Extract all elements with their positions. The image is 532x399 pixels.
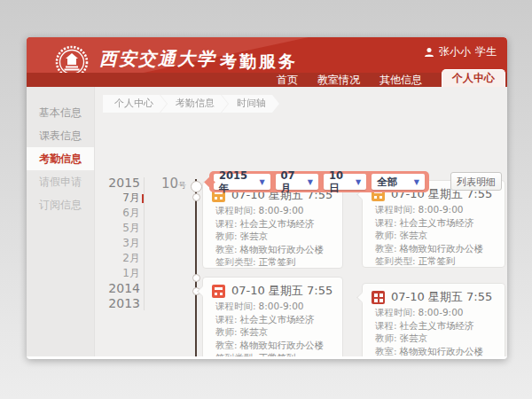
user-info[interactable]: 张小小 学生 [424,44,497,59]
day-dropdown[interactable]: 10日▼ [324,174,366,190]
date-rail: 2015 7月 6月 5月 3月 2月 1月 2014 2013 [106,176,140,311]
seal-icon [372,291,385,304]
dropdown-arrow-icon: ▼ [259,178,264,186]
main-nav: 首页 教室情况 其他信息 个人中心 [277,67,507,87]
sidebar: 基本信息 课表信息 考勤信息 请假申请 订阅信息 [27,87,95,356]
timeline-node [192,193,200,201]
header: 西安交通大学 XI'AN JIAO TONG UNIVERSITY 考勤服务 张… [27,37,507,87]
attendance-card: 07-10 星期五 7:55 课程时间:8:00-9:00 课程:社会主义市场经… [202,277,343,356]
rail-separator [144,177,145,310]
card-title: 07-10 星期五 7:55 [391,289,492,305]
rail-year-2014[interactable]: 2014 [106,281,140,296]
month-dropdown[interactable]: 07月▼ [276,174,318,190]
nav-item-home[interactable]: 首页 [277,73,298,87]
user-name: 张小小 [439,44,471,59]
rail-month-6[interactable]: 6月 [106,206,140,221]
nav-item-other[interactable]: 其他信息 [379,73,422,87]
university-name-cn: 西安交通大学 [99,47,216,71]
rail-month-3[interactable]: 3月 [106,236,140,251]
sidebar-item-timetable[interactable]: 课表信息 [27,124,94,147]
content-area: 基本信息 课表信息 考勤信息 请假申请 订阅信息 个人中心 考勤信息 时间轴 2… [27,87,507,356]
sidebar-item-leave-request[interactable]: 请假申请 [27,170,94,193]
type-dropdown[interactable]: 全部▼ [372,174,425,190]
dropdown-arrow-icon: ▼ [308,178,313,186]
rail-year-2013[interactable]: 2013 [106,296,140,311]
breadcrumb: 个人中心 考勤信息 时间轴 [103,95,279,113]
rail-active-tick [142,194,144,203]
calendar-icon [212,285,225,298]
dropdown-arrow-icon: ▼ [356,178,361,186]
timeline-node [192,274,200,282]
breadcrumb-timeline[interactable]: 时间轴 [222,95,279,113]
nav-item-classroom[interactable]: 教室情况 [317,73,360,87]
rail-month-7[interactable]: 7月 [106,191,140,206]
nav-tab-personal-center[interactable]: 个人中心 [442,69,505,87]
user-icon [424,47,434,58]
dropdown-arrow-icon: ▼ [414,178,419,186]
sidebar-item-basic-info[interactable]: 基本信息 [27,101,94,124]
card-title: 07-10 星期五 7:55 [231,283,332,299]
year-dropdown[interactable]: 2015年▼ [214,174,270,190]
sidebar-item-attendance[interactable]: 考勤信息 [27,147,94,170]
rail-month-1[interactable]: 1月 [106,266,140,281]
attendance-card: 07-10 星期五 7:55 课程时间:8:00-9:00 课程:社会主义市场经… [362,180,505,268]
breadcrumb-attendance[interactable]: 考勤信息 [160,95,228,113]
attendance-card: 07-10 星期五 7:55 课程时间:8:00-9:00 课程:社会主义市场经… [362,283,505,356]
rail-month-2[interactable]: 2月 [106,251,140,266]
timeline-node [191,181,202,192]
user-role: 学生 [475,44,497,59]
date-filter-bar: 2015年▼ 07月▼ 10日▼ 全部▼ [209,171,429,192]
list-detail-button[interactable]: 列表明细 [450,172,502,191]
timeline-line [195,179,197,356]
rail-month-5[interactable]: 5月 [106,221,140,236]
sidebar-item-subscription[interactable]: 订阅信息 [27,193,94,216]
day-group-label: 10号 [158,176,186,192]
rail-year-2015[interactable]: 2015 [106,176,140,191]
app-window: 西安交通大学 XI'AN JIAO TONG UNIVERSITY 考勤服务 张… [27,37,507,359]
breadcrumb-personal-center[interactable]: 个人中心 [103,95,167,113]
